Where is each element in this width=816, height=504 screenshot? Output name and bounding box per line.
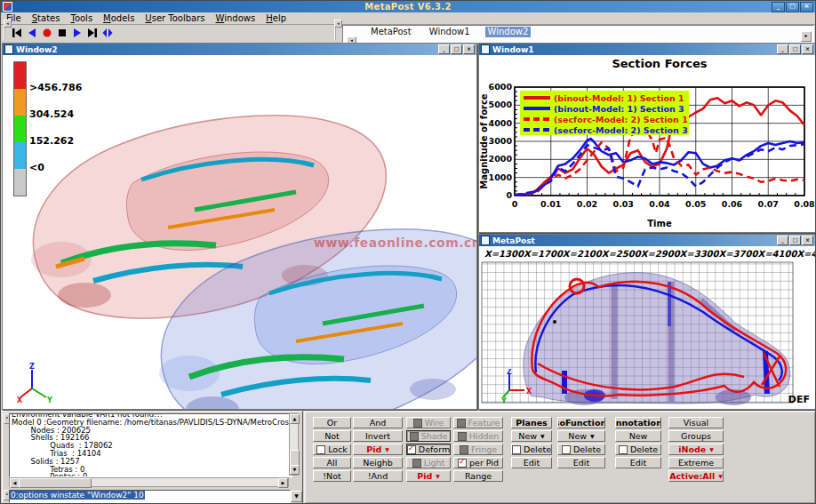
panel-edit-button-c6r3[interactable]: Edit [615,457,661,468]
chevron-down-icon[interactable]: ▼ [540,431,545,441]
stop-icon[interactable] [55,26,68,39]
panel-not-button-c0r4[interactable]: !Not [313,470,351,482]
tab-window1[interactable]: Window1 [427,27,473,37]
panel-visual-button-c7r0[interactable]: Visual [668,417,724,428]
scroll-right-icon[interactable]: ▶ [278,478,288,488]
lock-checkbox-icon[interactable] [316,445,325,454]
tab-scroll-right-icon[interactable]: ▸ [801,31,812,42]
panel-planes-header-c4r0[interactable]: Planes [511,417,552,428]
window2-titlebar[interactable]: Window2 _ □ × [3,44,476,55]
minimize-icon[interactable]: _ [438,44,450,54]
tabbar-grip[interactable]: ◂ [334,26,340,40]
panel-delete-checkbox-c6r2[interactable]: Delete [615,444,661,455]
chart-viewport[interactable]: Section ForcesMagnitude of forceTime00.0… [479,55,815,232]
panel-delete-checkbox-c4r2[interactable]: Delete [511,444,552,455]
minimize-icon[interactable]: _ [777,44,788,54]
panel-isofunctions-header-c5r0[interactable]: IsoFunctions [557,417,605,428]
metapost-window-frame: MetaPost _ □ × X=1300X=1700X=2100X=2500X… [478,234,816,410]
window1-titlebar[interactable]: Window1 _ □ × [479,44,815,55]
scroll-up-icon[interactable]: ▲ [290,414,300,424]
panel-deform-checkbox-c2r2[interactable]: Deform [406,444,451,455]
panel-pid-dropdown-c1r2[interactable]: Pid▼ [353,444,403,455]
panel-new-button-c6r1[interactable]: New [615,430,661,442]
panel-button-label: IsoFunctions [557,418,605,428]
maximize-icon[interactable]: □ [789,44,801,54]
x-tick-label: 0.04 [649,199,670,209]
per-pid-checkbox-icon[interactable] [458,459,467,468]
close-icon[interactable]: × [802,44,813,54]
panel-groups-button-c7r1[interactable]: Groups [668,430,724,442]
maximize-icon[interactable]: □ [789,236,801,245]
chevron-down-icon[interactable]: ▼ [718,471,723,481]
panel-neighb-button-c1r3[interactable]: Neighb [353,457,403,468]
toolbar-grip[interactable]: ◂ [4,26,10,40]
metapost-window-titlebar[interactable]: MetaPost _ □ × [479,235,815,246]
panel-all-button-c0r3[interactable]: All [313,457,351,468]
loop-icon[interactable] [100,26,114,39]
maximize-icon[interactable]: □ [451,44,462,54]
delete-checkbox-icon[interactable] [619,445,628,454]
menu-models[interactable]: Models [98,13,140,23]
menu-help[interactable]: Help [260,13,292,23]
maximize-icon[interactable]: □ [786,2,799,12]
tab-metapost[interactable]: MetaPost [368,27,414,37]
record-icon[interactable] [40,26,53,39]
svg-text:Z: Z [29,363,35,371]
panel-range-button-c3r4[interactable]: Range [453,470,503,482]
panel-or-button-c0r0[interactable]: Or [313,417,351,428]
command-input[interactable]: 0:options winstate "Window2" 10 [9,490,291,503]
panel-button-label: Deform [419,444,450,454]
console-horizontal-scrollbar[interactable]: ◀ ▶ [9,477,289,487]
console-vertical-scrollbar[interactable]: ▲ ▼ [289,413,299,476]
scrollbar-thumb[interactable] [19,478,92,488]
console-output[interactable]: Environment variable VAR1 not found!!!Mo… [9,413,292,477]
panel-invert-button-c1r1[interactable]: Invert [353,430,403,442]
menu-states[interactable]: States [27,13,66,23]
minimize-icon[interactable]: _ [772,2,785,12]
close-icon[interactable]: × [800,2,813,12]
close-icon[interactable]: × [463,44,475,54]
delete-checkbox-icon[interactable] [562,445,571,454]
model-viewport[interactable]: >456.786304.524152.262<0 www.feaonline.c… [3,55,476,409]
minimize-icon[interactable]: _ [777,236,788,245]
panel-extreme-button-c7r3[interactable]: Extreme [668,457,724,468]
panel-delete-checkbox-c5r2[interactable]: Delete [557,444,605,455]
skip-to-start-icon[interactable] [10,26,23,39]
play-reverse-icon[interactable] [25,26,38,39]
panel-edit-button-c4r3[interactable]: Edit [511,457,552,468]
panel-edit-button-c5r3[interactable]: Edit [557,457,605,468]
tabbar-detach-icon[interactable]: ◂ [334,20,342,28]
panel-button-label: Hidden [469,431,500,441]
panel-annotations-header-c6r0[interactable]: Annotations [615,417,661,428]
panel-per-pid-checkbox-c3r3[interactable]: per Pid [453,457,503,468]
chevron-down-icon[interactable]: ▼ [385,444,389,454]
chevron-down-icon[interactable]: ▼ [709,444,714,454]
menu-tools[interactable]: Tools [65,13,98,23]
section-viewport[interactable]: X=1300X=1700X=2100X=2500X=2900X=3300X=37… [479,246,815,409]
skip-to-end-icon[interactable] [85,26,99,39]
toolbar-row: ◂ ◂ MetaPostWindow1Window2 ◂ ▸ [1,25,815,43]
panel-new-dropdown-c4r1[interactable]: New▼ [511,430,552,442]
panel-not-button-c0r1[interactable]: Not [313,430,351,442]
command-history-icon[interactable]: ▼ [291,491,302,502]
panel-inode-dropdown-c7r2[interactable]: iNode▼ [668,444,724,455]
play-forward-icon[interactable] [70,26,84,39]
main-titlebar[interactable]: MetaPost V6.3.2 _ □ × [1,1,815,12]
close-icon[interactable]: × [802,236,813,245]
scroll-down-icon[interactable]: ▼ [290,465,300,475]
panel-lock-checkbox-c0r2[interactable]: Lock [313,444,351,455]
panel-pid-dropdown-c2r4[interactable]: Pid▼ [406,470,451,482]
deform-checkbox-icon[interactable] [407,445,416,454]
section-x-label: X=3700 [719,249,758,259]
panel-and-button-c1r0[interactable]: And [353,417,403,428]
chevron-down-icon[interactable]: ▼ [436,471,440,481]
chevron-down-icon[interactable]: ▼ [590,431,595,441]
delete-checkbox-icon[interactable] [512,445,521,454]
panel-new-dropdown-c5r1[interactable]: New▼ [557,430,605,442]
app-icon [3,2,12,12]
tab-window2[interactable]: Window2 [485,27,532,37]
panel-and-button-c1r4[interactable]: !And [353,470,403,482]
menu-user-toolbars[interactable]: User Toolbars [140,13,210,23]
menu-windows[interactable]: Windows [211,13,261,23]
panel-active-all-dropdown-c7r4[interactable]: Active:All▼ [668,470,724,482]
